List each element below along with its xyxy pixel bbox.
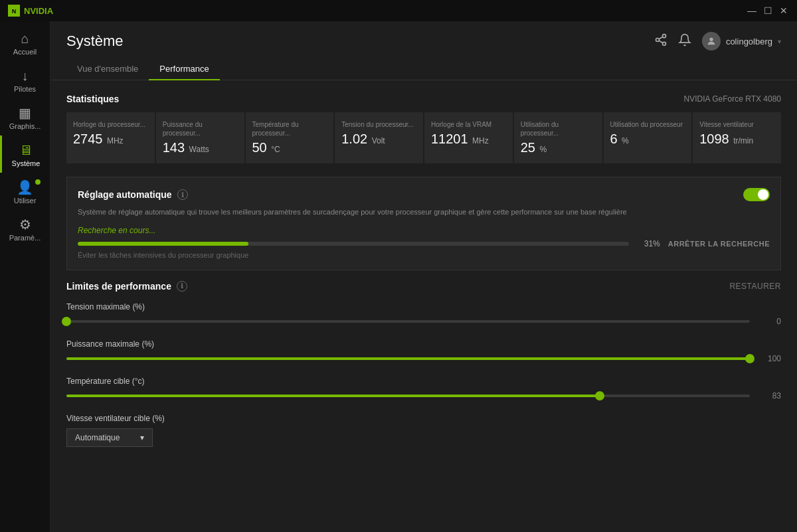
progress-hint: Éviter les tâches intensives du processe…	[78, 251, 770, 259]
svg-point-2	[662, 34, 665, 37]
stat-value: 1098	[699, 132, 729, 146]
slider-thumb-tension[interactable]	[62, 317, 71, 326]
slider-label-temperature: Température cible (°c)	[66, 377, 781, 386]
restore-button[interactable]: RESTAURER	[729, 282, 781, 291]
auto-tune-info-icon[interactable]: ℹ	[177, 189, 188, 200]
page-header: Système colingolberg	[50, 21, 797, 58]
page-title: Système	[66, 33, 654, 50]
progress-row: 31% ARRÊTER LA RECHERCHE	[78, 239, 770, 248]
drivers-icon: ↓	[22, 69, 29, 82]
slider-track-temperature[interactable]	[66, 395, 750, 397]
gpu-model: NVIDIA GeForce RTX 4080	[683, 94, 781, 104]
sidebar-item-systeme[interactable]: 🖥 Système	[0, 135, 50, 173]
limits-title: Limites de performance ℹ	[66, 281, 187, 292]
dropdown-arrow-icon: ▾	[140, 433, 144, 442]
auto-tune-toggle[interactable]	[743, 188, 770, 201]
stop-search-button[interactable]: ARRÊTER LA RECHERCHE	[668, 240, 770, 248]
content-area[interactable]: Statistiques NVIDIA GeForce RTX 4080 Hor…	[50, 80, 797, 532]
limits-header: Limites de performance ℹ RESTAURER	[66, 281, 781, 292]
stat-unit: °C	[271, 145, 280, 154]
slider-puissance-max: Puissance maximale (%) 100	[66, 339, 781, 363]
sidebar-item-utiliser[interactable]: 👤 Utiliser	[0, 173, 50, 210]
stat-value: 2745	[73, 132, 103, 146]
slider-value-puissance: 100	[758, 354, 781, 363]
slider-fill-puissance	[66, 357, 750, 360]
notification-dot	[35, 179, 41, 185]
stat-label: Température du processeur...	[252, 120, 327, 137]
share-button[interactable]	[654, 33, 667, 50]
sidebar-item-graphiques[interactable]: ▦ Graphis...	[0, 98, 50, 135]
svg-point-4	[662, 42, 665, 45]
fan-speed-value: Automatique	[75, 433, 120, 442]
slider-track-puissance[interactable]	[66, 357, 750, 360]
notification-button[interactable]	[678, 33, 691, 50]
svg-line-6	[659, 37, 663, 39]
close-button[interactable]: ✕	[778, 5, 789, 16]
minimize-button[interactable]: —	[747, 5, 757, 16]
stat-unit: %	[622, 136, 629, 145]
sidebar-item-label: Pilotes	[14, 85, 36, 93]
stat-unit: MHz	[472, 136, 489, 145]
stat-card-clock: Horloge du processeur... 2745 MHz	[66, 112, 155, 163]
svg-point-7	[709, 38, 713, 41]
progress-percentage: 31%	[637, 239, 660, 248]
stat-card-temp: Température du processeur... 50 °C	[246, 112, 334, 163]
sidebar-item-pilotes[interactable]: ↓ Pilotes	[0, 61, 50, 98]
sidebar-item-label: Accueil	[13, 48, 37, 56]
sidebar-item-label: Utiliser	[14, 197, 37, 205]
stat-value: 1.02	[341, 132, 367, 146]
user-menu[interactable]: colingolberg ▾	[702, 32, 781, 50]
stat-card-fan-speed: Vitesse ventilateur 1098 tr/min	[693, 112, 781, 163]
fan-speed-group: Vitesse ventilateur cible (%) Automatiqu…	[66, 414, 781, 447]
nvidia-logo-icon: N	[8, 5, 20, 17]
auto-tune-title: Réglage automatique ℹ	[78, 189, 188, 200]
tab-vue-ensemble[interactable]: Vue d'ensemble	[66, 58, 149, 80]
stat-unit: MHz	[107, 136, 124, 145]
svg-text:N: N	[12, 8, 17, 15]
slider-value-temperature: 83	[758, 391, 781, 400]
stats-grid: Horloge du processeur... 2745 MHz Puissa…	[66, 112, 781, 163]
performance-limits-section: Limites de performance ℹ RESTAURER Tensi…	[66, 281, 781, 447]
chevron-down-icon: ▾	[778, 38, 781, 45]
fan-speed-dropdown[interactable]: Automatique ▾	[66, 428, 153, 447]
searching-label: Recherche en cours...	[78, 226, 770, 235]
sidebar: ⌂ Accueil ↓ Pilotes ▦ Graphis... 🖥 Systè…	[0, 21, 50, 532]
slider-temperature-cible: Température cible (°c) 83	[66, 377, 781, 400]
system-icon: 🖥	[19, 143, 33, 157]
slider-thumb-temperature[interactable]	[595, 391, 604, 400]
app-logo: N NVIDIA	[8, 5, 53, 17]
stat-label: Utilisation du processeur	[610, 120, 685, 129]
auto-tune-description: Système de réglage automatique qui trouv…	[78, 207, 770, 218]
slider-label-tension: Tension maximale (%)	[66, 302, 781, 311]
slider-fill-temperature	[66, 395, 600, 397]
stat-card-vram: Horloge de la VRAM 11201 MHz	[424, 112, 513, 163]
stat-value: 6	[610, 132, 618, 146]
tab-performance[interactable]: Performance	[149, 58, 219, 80]
stat-unit: %	[539, 145, 547, 154]
stat-value: 143	[163, 140, 185, 155]
slider-thumb-puissance[interactable]	[745, 354, 754, 363]
sidebar-item-parametres[interactable]: ⚙ Paramè...	[0, 210, 50, 247]
stat-label: Horloge du processeur...	[73, 120, 148, 129]
stat-unit: Volt	[372, 136, 385, 145]
main-content: Système colingolberg	[50, 21, 797, 532]
titlebar: N NVIDIA — ☐ ✕	[0, 0, 797, 21]
stat-unit: Watts	[189, 145, 209, 154]
progress-bar-fill	[78, 242, 248, 246]
stat-value: 11201	[431, 132, 468, 146]
limits-info-icon[interactable]: ℹ	[177, 281, 187, 292]
window-controls: — ☐ ✕	[747, 5, 789, 16]
stat-label: Vitesse ventilateur	[699, 120, 774, 129]
slider-tension-max: Tension maximale (%) 0	[66, 302, 781, 326]
sidebar-item-accueil[interactable]: ⌂ Accueil	[0, 24, 50, 61]
progress-bar	[78, 242, 629, 246]
stat-label: Utilisation du processeur...	[521, 120, 596, 137]
avatar	[702, 32, 721, 50]
stats-section-header: Statistiques NVIDIA GeForce RTX 4080	[66, 94, 781, 104]
slider-track-tension[interactable]	[66, 320, 750, 323]
maximize-button[interactable]: ☐	[762, 5, 773, 16]
stat-value: 50	[252, 140, 267, 155]
graphics-icon: ▦	[19, 106, 31, 120]
stats-title: Statistiques	[66, 94, 119, 104]
svg-line-5	[659, 41, 663, 43]
